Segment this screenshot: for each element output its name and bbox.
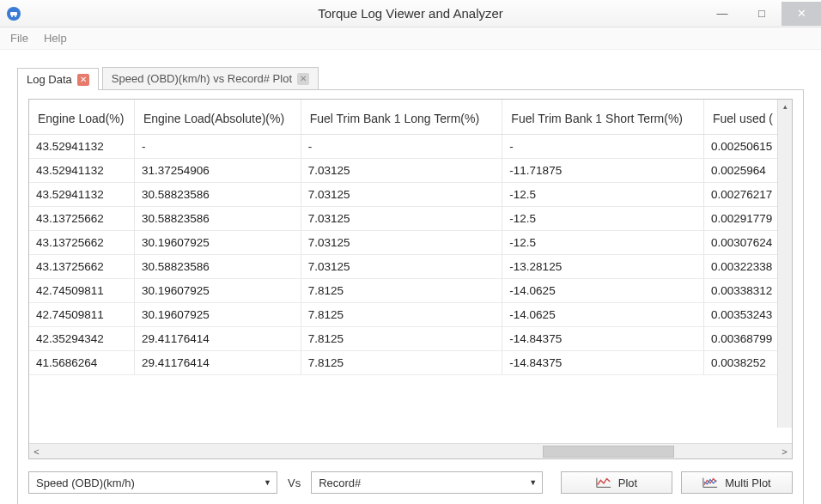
table-cell: 7.8125 <box>301 327 502 351</box>
table-cell: - <box>502 135 704 159</box>
table-cell: -14.84375 <box>502 327 704 351</box>
plot-icon <box>596 477 611 489</box>
table-cell: -14.0625 <box>502 303 704 327</box>
table-cell: -14.84375 <box>502 351 704 375</box>
table-row[interactable]: 43.52941132---0.00250615 <box>29 135 792 159</box>
data-table: Engine Load(%)Engine Load(Absolute)(%)Fu… <box>29 100 792 375</box>
table-cell: 7.8125 <box>301 351 502 375</box>
table-cell: 43.13725662 <box>29 231 134 255</box>
table-cell: 30.58823586 <box>134 207 301 231</box>
horizontal-scrollbar[interactable]: < > <box>29 443 792 458</box>
chevron-down-icon: ▼ <box>529 478 537 487</box>
table-cell: 7.03125 <box>301 159 502 183</box>
scrollbar-track[interactable] <box>44 444 777 458</box>
titlebar: Torque Log Viewer and Analyzer — □ ✕ <box>0 0 821 27</box>
table-cell: 42.74509811 <box>29 279 134 303</box>
close-icon[interactable]: ✕ <box>297 73 309 85</box>
tab-speed-plot[interactable]: Speed (OBD)(km/h) vs Record# Plot ✕ <box>102 67 319 89</box>
menubar: File Help <box>0 27 821 50</box>
multi-plot-icon <box>702 477 718 489</box>
table-cell: -12.5 <box>502 207 704 231</box>
table-cell: 42.35294342 <box>29 327 134 351</box>
close-button[interactable]: ✕ <box>781 2 821 26</box>
tab-label: Log Data <box>27 73 72 86</box>
table-cell: 7.03125 <box>301 255 502 279</box>
table-cell: 30.58823586 <box>134 255 301 279</box>
table-cell: -12.5 <box>502 183 704 207</box>
menu-file[interactable]: File <box>10 32 28 45</box>
vertical-scrollbar[interactable]: ▴ <box>777 100 792 428</box>
table-row[interactable]: 42.3529434229.411764147.8125-14.843750.0… <box>29 327 792 351</box>
table-row[interactable]: 42.7450981130.196079257.8125-14.06250.00… <box>29 279 792 303</box>
svg-rect-0 <box>10 12 17 15</box>
tab-label: Speed (OBD)(km/h) vs Record# Plot <box>112 72 292 85</box>
table-cell: 43.52941132 <box>29 183 134 207</box>
table-row[interactable]: 42.7450981130.196079257.8125-14.06250.00… <box>29 303 792 327</box>
tab-strip: Log Data ✕ Speed (OBD)(km/h) vs Record# … <box>17 65 804 89</box>
multi-plot-button[interactable]: Multi Plot <box>681 471 793 494</box>
button-label: Multi Plot <box>725 477 770 489</box>
svg-point-1 <box>11 15 13 17</box>
table-cell: - <box>134 135 301 159</box>
table-cell: -12.5 <box>502 231 704 255</box>
app-icon <box>7 7 21 21</box>
table-header-row: Engine Load(%)Engine Load(Absolute)(%)Fu… <box>29 100 792 135</box>
y-axis-select[interactable]: Record# ▼ <box>311 471 543 494</box>
table-cell: 29.41176414 <box>134 351 301 375</box>
tab-panel: Engine Load(%)Engine Load(Absolute)(%)Fu… <box>17 89 804 504</box>
vs-label: Vs <box>286 477 302 489</box>
dropdown-value: Speed (OBD)(km/h) <box>36 477 258 489</box>
table-cell: 43.52941132 <box>29 159 134 183</box>
minimize-button[interactable]: — <box>702 2 742 26</box>
column-header[interactable]: Engine Load(Absolute)(%) <box>134 100 301 135</box>
table-cell: 43.13725662 <box>29 255 134 279</box>
table-cell: 7.8125 <box>301 279 502 303</box>
scroll-up-icon[interactable]: ▴ <box>778 100 792 113</box>
grid-viewport: Engine Load(%)Engine Load(Absolute)(%)Fu… <box>29 100 792 443</box>
table-row[interactable]: 41.568626429.411764147.8125-14.843750.00… <box>29 351 792 375</box>
data-grid: Engine Load(%)Engine Load(Absolute)(%)Fu… <box>28 99 793 459</box>
table-cell: 7.8125 <box>301 303 502 327</box>
scroll-left-icon[interactable]: < <box>29 446 44 457</box>
tab-log-data[interactable]: Log Data ✕ <box>17 68 99 90</box>
column-header[interactable]: Fuel Trim Bank 1 Short Term(%) <box>502 100 704 135</box>
column-header[interactable]: Engine Load(%) <box>29 100 134 135</box>
table-cell: 30.19607925 <box>134 231 301 255</box>
table-row[interactable]: 43.5294113231.372549067.03125-11.718750.… <box>29 159 792 183</box>
table-row[interactable]: 43.1372566230.588235867.03125-13.281250.… <box>29 255 792 279</box>
menu-help[interactable]: Help <box>44 32 67 45</box>
window-controls: — □ ✕ <box>702 2 821 26</box>
content-area: Log Data ✕ Speed (OBD)(km/h) vs Record# … <box>0 50 821 504</box>
plot-controls: Speed (OBD)(km/h) ▼ Vs Record# ▼ Plot Mu… <box>28 471 793 494</box>
table-cell: 43.13725662 <box>29 207 134 231</box>
table-cell: 31.37254906 <box>134 159 301 183</box>
scrollbar-thumb[interactable] <box>543 446 675 458</box>
table-cell: 42.74509811 <box>29 303 134 327</box>
table-cell: 30.19607925 <box>134 279 301 303</box>
scroll-right-icon[interactable]: > <box>777 446 792 457</box>
dropdown-value: Record# <box>319 477 524 489</box>
button-label: Plot <box>618 477 637 489</box>
table-row[interactable]: 43.5294113230.588235867.03125-12.50.0027… <box>29 183 792 207</box>
chevron-down-icon: ▼ <box>264 478 271 487</box>
table-cell: 29.41176414 <box>134 327 301 351</box>
maximize-button[interactable]: □ <box>742 2 781 26</box>
table-row[interactable]: 43.1372566230.588235867.03125-12.50.0029… <box>29 207 792 231</box>
table-cell: -13.28125 <box>502 255 704 279</box>
table-cell: 30.58823586 <box>134 183 301 207</box>
table-cell: - <box>301 135 502 159</box>
table-cell: 7.03125 <box>301 231 502 255</box>
table-cell: -14.0625 <box>502 279 704 303</box>
close-icon[interactable]: ✕ <box>77 74 89 86</box>
x-axis-select[interactable]: Speed (OBD)(km/h) ▼ <box>28 471 277 494</box>
column-header[interactable]: Fuel Trim Bank 1 Long Term(%) <box>301 100 502 135</box>
table-cell: 30.19607925 <box>134 303 301 327</box>
table-cell: 7.03125 <box>301 207 502 231</box>
table-row[interactable]: 43.1372566230.196079257.03125-12.50.0030… <box>29 231 792 255</box>
plot-button[interactable]: Plot <box>561 471 672 494</box>
table-cell: 7.03125 <box>301 183 502 207</box>
window-title: Torque Log Viewer and Analyzer <box>0 6 821 21</box>
svg-point-2 <box>15 15 16 17</box>
table-cell: 43.52941132 <box>29 135 134 159</box>
table-cell: 41.5686264 <box>29 351 134 375</box>
